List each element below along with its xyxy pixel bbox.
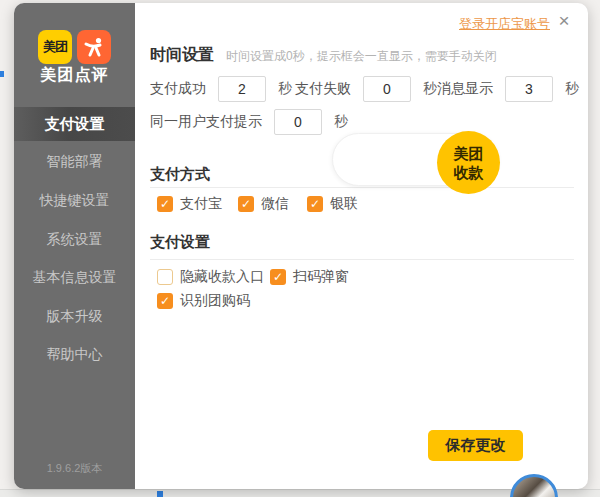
app-version: 1.9.6.2版本 — [14, 461, 135, 476]
pay-success-unit: 秒 — [278, 80, 292, 98]
message-display-label: 消息显示 — [437, 80, 493, 98]
checkbox-alipay[interactable]: 支付宝 — [157, 195, 222, 213]
sidebar-item-version-upgrade[interactable]: 版本升级 — [14, 299, 135, 333]
background-blue-tick — [0, 71, 4, 77]
pay-success-field: 支付成功 秒 — [150, 76, 292, 102]
payment-methods-divider — [150, 187, 574, 188]
unionpay-checkbox-icon[interactable] — [307, 196, 323, 212]
pay-fail-label: 支付失败 — [295, 80, 351, 98]
hide-collect-entry-label: 隐藏收款入口 — [180, 268, 264, 286]
scan-popup-checkbox-icon[interactable] — [270, 269, 286, 285]
sidebar-item-hotkey-settings[interactable]: 快捷键设置 — [14, 183, 135, 217]
pay-success-label: 支付成功 — [150, 80, 206, 98]
recognize-groupon-code-checkbox-icon[interactable] — [157, 293, 173, 309]
checkbox-scan-popup[interactable]: 扫码弹窗 — [270, 268, 349, 286]
pay-fail-unit: 秒 — [423, 80, 437, 98]
dianping-logo-icon — [77, 30, 111, 64]
app-window: 美团 美团点评 支付设置 智能部署 快捷键设置 系统设置 基本信息设置 版本升级… — [14, 3, 588, 489]
save-changes-button[interactable]: 保存更改 — [428, 430, 523, 461]
message-display-unit: 秒 — [565, 80, 579, 98]
meituan-collect-button[interactable]: 美团 收款 — [437, 131, 500, 194]
same-user-prompt-input[interactable] — [274, 109, 322, 135]
checkbox-hide-collect-entry[interactable]: 隐藏收款入口 — [157, 268, 264, 286]
time-settings-note: 时间设置成0秒，提示框会一直显示，需要手动关闭 — [226, 48, 497, 65]
same-user-prompt-unit: 秒 — [334, 113, 348, 131]
pay-fail-field: 支付失败 秒 — [295, 76, 437, 102]
unionpay-label: 银联 — [330, 195, 358, 213]
sidebar-item-smart-deploy[interactable]: 智能部署 — [14, 144, 135, 178]
message-display-input[interactable] — [505, 76, 553, 102]
sidebar-item-help-center[interactable]: 帮助中心 — [14, 337, 135, 371]
brand-name: 美团点评 — [14, 65, 135, 86]
checkbox-unionpay[interactable]: 银联 — [307, 195, 358, 213]
close-icon[interactable]: × — [554, 11, 574, 31]
collect-label-line1: 美团 — [454, 144, 484, 163]
payment-methods-title: 支付方式 — [150, 165, 210, 184]
sidebar-item-system-settings[interactable]: 系统设置 — [14, 222, 135, 256]
sidebar: 美团 美团点评 支付设置 智能部署 快捷键设置 系统设置 基本信息设置 版本升级… — [14, 3, 135, 489]
login-store-account-link[interactable]: 登录开店宝账号 — [459, 15, 550, 33]
background-blue-marker — [157, 491, 163, 497]
time-settings-title: 时间设置 — [150, 45, 214, 66]
message-display-field: 消息显示 秒 — [437, 76, 579, 102]
scan-popup-label: 扫码弹窗 — [293, 268, 349, 286]
same-user-prompt-field: 同一用户支付提示 秒 — [150, 109, 348, 135]
payment-settings-title: 支付设置 — [150, 233, 210, 252]
wechat-label: 微信 — [261, 195, 289, 213]
hide-collect-entry-checkbox-icon[interactable] — [157, 269, 173, 285]
checkbox-wechat[interactable]: 微信 — [238, 195, 289, 213]
meituan-logo-icon: 美团 — [38, 30, 72, 64]
recognize-groupon-code-label: 识别团购码 — [180, 292, 250, 310]
payment-settings-divider — [150, 259, 574, 260]
pay-success-input[interactable] — [218, 76, 266, 102]
alipay-label: 支付宝 — [180, 195, 222, 213]
wechat-checkbox-icon[interactable] — [238, 196, 254, 212]
collect-label-line2: 收款 — [454, 163, 484, 182]
checkbox-recognize-groupon-code[interactable]: 识别团购码 — [157, 292, 250, 310]
content-area: 登录开店宝账号 × 时间设置 时间设置成0秒，提示框会一直显示，需要手动关闭 支… — [135, 3, 588, 489]
same-user-prompt-label: 同一用户支付提示 — [150, 113, 262, 131]
brand-logos: 美团 — [14, 30, 135, 64]
sidebar-item-payment-settings[interactable]: 支付设置 — [14, 107, 135, 141]
sidebar-item-basic-info[interactable]: 基本信息设置 — [14, 260, 135, 294]
pay-fail-input[interactable] — [363, 76, 411, 102]
alipay-checkbox-icon[interactable] — [157, 196, 173, 212]
